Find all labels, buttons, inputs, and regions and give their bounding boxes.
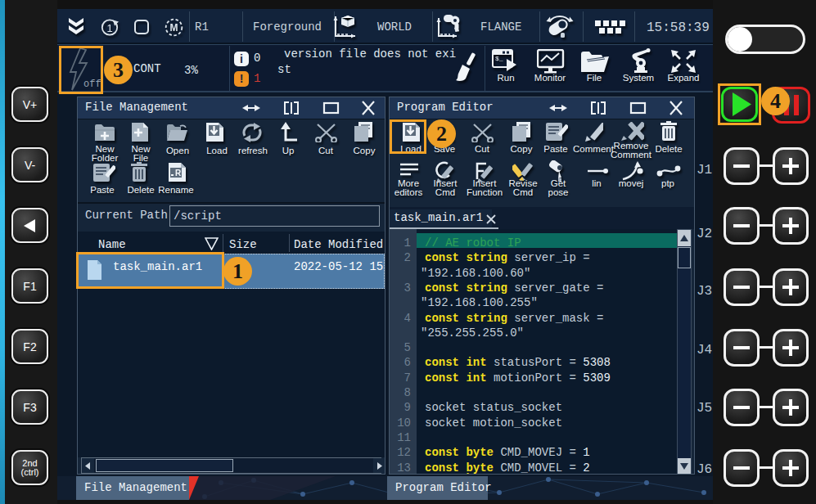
svg-text:M: M [170,22,178,34]
svg-text:R: R [175,169,182,178]
svg-text:$_: $_ [495,55,503,62]
svg-text:1: 1 [106,22,112,34]
